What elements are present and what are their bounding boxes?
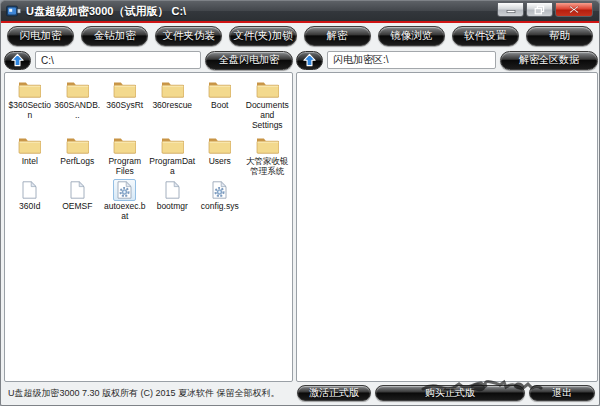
item-label: Intel (22, 156, 38, 166)
minimize-button[interactable] (497, 2, 524, 17)
exit-button[interactable]: 退出 (529, 385, 595, 401)
item-label: PerfLogs (60, 156, 94, 166)
item-label: autoexec.bat (102, 201, 148, 221)
system-file-icon (113, 179, 136, 201)
item-label: 360SysRt (106, 100, 143, 110)
encrypt-whole-disk-button[interactable]: 全盘闪电加密 (205, 51, 293, 70)
right-address-row: 解密全区数据 (296, 50, 598, 70)
activate-button[interactable]: 激活正式版 (297, 385, 371, 401)
toolbar-button-folder-disguise[interactable]: 文件夹伪装 (155, 26, 222, 46)
toolbar-button-decrypt[interactable]: 解密 (304, 26, 371, 46)
item-label: Boot (211, 100, 229, 110)
buy-button[interactable]: 购买正式版 (375, 385, 525, 401)
app-window: U盘超级加密3000（试用版） C:\ 闪电加密金钻加密文件夹伪装文件(夹)加锁… (0, 0, 600, 406)
folder-icon (109, 78, 140, 100)
folder-icon (252, 78, 283, 100)
toolbar-button-file-lock[interactable]: 文件(夹)加锁 (229, 26, 296, 46)
item-label: Documents and Settings (244, 100, 290, 131)
file-icon (66, 179, 89, 201)
item-label: ProgramData (149, 156, 195, 176)
file-item[interactable]: config.sys (196, 179, 244, 221)
folder-icon (157, 78, 188, 100)
item-label: Program Files (102, 156, 148, 176)
up-folder-button-left[interactable] (4, 51, 31, 70)
up-arrow-icon (10, 53, 25, 67)
item-label: 360rescue (152, 100, 192, 110)
close-button[interactable] (555, 2, 593, 17)
folder-icon (252, 134, 283, 156)
folder-item[interactable]: Intel (6, 134, 54, 176)
decrypt-all-data-button[interactable]: 解密全区数据 (500, 51, 598, 70)
left-address-row: 全盘闪电加密 (4, 50, 293, 70)
folder-icon (204, 78, 235, 100)
item-label: 大管家收银管理系统 (244, 156, 290, 176)
status-bar: U盘超级加密3000 7.30 版权所有 (C) 2015 夏冰软件 保留全部权… (1, 381, 599, 405)
window-controls (497, 2, 593, 17)
file-icon (18, 179, 41, 201)
up-arrow-icon (302, 53, 317, 67)
toolbar-button-settings[interactable]: 软件设置 (452, 26, 519, 46)
system-file-icon (208, 179, 231, 201)
folder-item[interactable]: Documents and Settings (244, 78, 292, 131)
app-icon (6, 5, 21, 17)
folder-icon (204, 134, 235, 156)
item-label: OEMSF (62, 201, 92, 211)
file-item[interactable]: OEMSF (54, 179, 102, 221)
bottom-buttons: 激活正式版购买正式版退出 (297, 385, 595, 401)
toolbar-button-image-browse[interactable]: 镜像浏览 (378, 26, 445, 46)
file-item[interactable]: autoexec.bat (101, 179, 149, 221)
toolbar-button-gold-encrypt[interactable]: 金钻加密 (81, 26, 148, 46)
item-label: $360Section (7, 100, 53, 120)
folder-item[interactable]: Users (196, 134, 244, 176)
folder-icon (109, 134, 140, 156)
window-title: U盘超级加密3000（试用版） C:\ (26, 4, 186, 19)
folder-item[interactable]: Program Files (101, 134, 149, 176)
title-bar[interactable]: U盘超级加密3000（试用版） C:\ (1, 1, 599, 21)
up-folder-button-right[interactable] (296, 51, 323, 70)
folder-item[interactable]: Boot (196, 78, 244, 131)
file-item[interactable]: bootmgr (149, 179, 197, 221)
item-label: bootmgr (157, 201, 188, 211)
folder-item[interactable]: PerfLogs (54, 134, 102, 176)
folder-icon (14, 134, 45, 156)
folder-item[interactable]: 360SysRt (101, 78, 149, 131)
restore-button[interactable] (526, 2, 553, 17)
item-label: config.sys (201, 201, 239, 211)
item-label: 360Id (19, 201, 40, 211)
toolbar-button-help[interactable]: 帮助 (526, 26, 593, 46)
folder-item[interactable]: 360rescue (149, 78, 197, 131)
folder-icon (62, 134, 93, 156)
address-input-right[interactable] (327, 51, 496, 69)
main-toolbar: 闪电加密金钻加密文件夹伪装文件(夹)加锁解密镜像浏览软件设置帮助 (1, 25, 599, 49)
folder-icon (14, 78, 45, 100)
red-accent-line (1, 21, 599, 23)
flash-encrypt-zone-panel[interactable] (296, 72, 598, 382)
folder-icon (62, 78, 93, 100)
folder-item[interactable]: ProgramData (149, 134, 197, 176)
file-item[interactable]: 360Id (6, 179, 54, 221)
folder-icon (157, 134, 188, 156)
toolbar-button-flash-encrypt[interactable]: 闪电加密 (7, 26, 74, 46)
folder-item[interactable]: 大管家收银管理系统 (244, 134, 292, 176)
copyright-text: U盘超级加密3000 7.30 版权所有 (C) 2015 夏冰软件 保留全部权… (5, 387, 297, 400)
address-input-left[interactable] (35, 51, 201, 69)
item-label: 360SANDB... (54, 100, 100, 120)
folder-item[interactable]: $360Section (6, 78, 54, 131)
item-label: Users (209, 156, 231, 166)
file-browser-panel[interactable]: $360Section360SANDB...360SysRt360rescueB… (4, 72, 293, 382)
file-grid: $360Section360SANDB...360SysRt360rescueB… (5, 73, 292, 226)
file-icon (161, 179, 184, 201)
folder-item[interactable]: 360SANDB... (54, 78, 102, 131)
